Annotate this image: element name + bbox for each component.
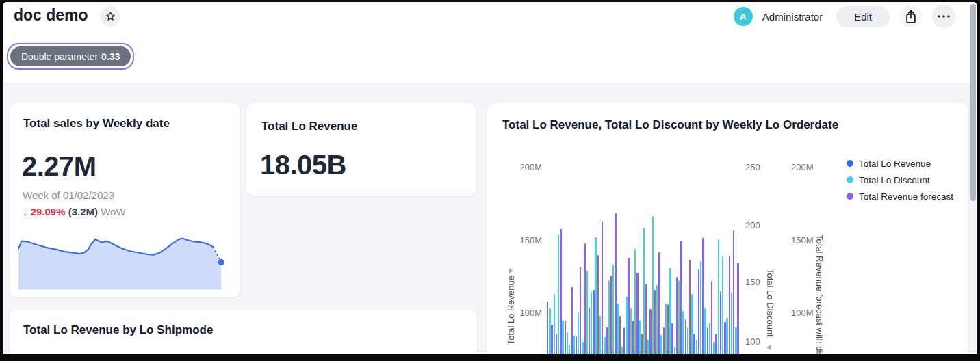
chart-bar-forecast[interactable] [589,308,590,360]
chart-bar-discount[interactable] [567,332,568,359]
chart-bar-forecast[interactable] [547,302,548,359]
parameter-chip[interactable]: Double parameter 0.33 [10,46,131,66]
chart-bar-forecast[interactable] [737,263,738,359]
chart-bar-forecast[interactable] [602,222,603,359]
chart-bar-forecast[interactable] [702,238,704,359]
sparkline-chart[interactable] [18,237,229,295]
chart-bar-discount[interactable] [617,304,618,359]
chart-bar-discount[interactable] [731,292,732,359]
chart-bar-forecast[interactable] [649,309,651,359]
card-total-sales[interactable]: Total sales by Weekly date 2.27M Week of… [10,103,240,297]
chart-bar-forecast[interactable] [645,284,647,359]
more-menu-button[interactable] [932,5,955,28]
chart-bar-discount[interactable] [665,304,667,359]
chart-bar-discount[interactable] [558,235,559,359]
chart-bar-forecast[interactable] [619,316,621,359]
chart-bar-discount[interactable] [604,337,605,359]
chart-bar-discount[interactable] [722,256,723,359]
chart-bar-discount[interactable] [709,323,710,359]
chart-bar-forecast[interactable] [623,327,625,359]
favorite-button[interactable] [100,6,120,27]
chart-bar-discount[interactable] [578,312,579,360]
chart-bar-discount[interactable] [726,318,727,359]
chart-bar-discount[interactable] [678,280,680,360]
chart-bar-forecast[interactable] [556,334,557,359]
card-combo-chart[interactable]: Total Lo Revenue, Total Lo Discount by W… [487,103,968,359]
chart-bar-discount[interactable] [682,311,684,359]
chart-bar-discount[interactable] [608,280,610,360]
legend-item[interactable]: Total Lo Discount [847,174,953,186]
chart-bar-discount[interactable] [674,347,675,359]
chart-bar-forecast[interactable] [680,241,682,359]
chart-bar-discount[interactable] [569,345,570,360]
chart-bar-discount[interactable] [586,271,588,359]
chart-bar-forecast[interactable] [606,327,607,359]
chart-bar-discount[interactable] [660,335,662,359]
chart-bar-discount[interactable] [634,249,636,359]
chart-bar-discount[interactable] [704,308,706,359]
chart-bar-forecast[interactable] [636,273,638,359]
chart-bar-discount[interactable] [562,321,563,359]
chart-bar-discount[interactable] [643,228,645,359]
chart-bar-discount[interactable] [626,297,627,359]
chart-bar-forecast[interactable] [698,269,699,359]
chart-bar-discount[interactable] [718,239,719,359]
chart-bar-forecast[interactable] [729,256,730,359]
vertical-scrollbar[interactable] [970,4,976,201]
chart-bar-discount[interactable] [669,268,671,359]
chart-bar-forecast[interactable] [715,334,717,359]
card-shipmode[interactable]: Total Lo Revenue by Lo Shipmode [10,310,477,359]
chart-bar-forecast[interactable] [565,321,566,359]
chart-bar-forecast[interactable] [693,334,695,359]
chart-bar-discount[interactable] [652,216,654,359]
chart-bar-discount[interactable] [595,237,596,359]
chart-bar-forecast[interactable] [658,252,660,359]
chart-bar-forecast[interactable] [560,229,561,359]
chart-bar-discount[interactable] [639,321,640,359]
chart-bar-discount[interactable] [713,342,714,359]
chart-bar-forecast[interactable] [676,277,678,359]
chart-bar-forecast[interactable] [610,276,612,359]
chart-bar-discount[interactable] [735,327,736,359]
chart-bar-forecast[interactable] [597,255,599,359]
chart-bar-forecast[interactable] [720,291,721,359]
chart-bar-discount[interactable] [700,261,701,359]
combo-bars-plot[interactable] [547,103,741,359]
chart-bar-discount[interactable] [599,316,601,359]
chart-bar-discount[interactable] [573,336,574,359]
chart-bar-discount[interactable] [691,294,693,359]
chart-bar-discount[interactable] [554,294,555,359]
chart-bar-forecast[interactable] [551,325,552,359]
avatar[interactable]: A [734,7,753,26]
chart-bar-forecast[interactable] [571,287,572,359]
chart-bar-forecast[interactable] [584,243,585,359]
chart-bar-forecast[interactable] [689,260,691,359]
chart-bar-forecast[interactable] [615,213,616,359]
chart-bar-forecast[interactable] [733,230,734,359]
share-button[interactable] [899,5,923,28]
chart-bar-discount[interactable] [582,342,583,359]
chart-bar-forecast[interactable] [685,319,686,360]
chart-bar-forecast[interactable] [667,304,669,359]
card-total-lo-revenue[interactable]: Total Lo Revenue 18.05B [246,103,476,196]
chart-bar-discount[interactable] [647,340,649,360]
chart-bar-discount[interactable] [591,292,592,359]
chart-bar-forecast[interactable] [663,327,665,359]
chart-bar-forecast[interactable] [632,321,634,359]
legend-item[interactable]: Total Lo Revenue [847,157,953,170]
chart-bar-forecast[interactable] [628,258,629,359]
chart-bar-forecast[interactable] [576,336,577,359]
edit-button[interactable]: Edit [836,6,890,27]
chart-bar-forecast[interactable] [641,334,643,359]
chart-bar-forecast[interactable] [654,290,656,359]
chart-bar-discount[interactable] [696,340,697,360]
chart-bar-discount[interactable] [630,308,632,359]
chart-bar-forecast[interactable] [711,281,712,359]
chart-bar-forecast[interactable] [593,290,594,359]
chart-bar-forecast[interactable] [580,267,581,359]
chart-bar-discount[interactable] [549,308,550,359]
chart-bar-discount[interactable] [612,265,614,359]
chart-bar-discount[interactable] [656,285,658,360]
legend-item[interactable]: Total Revenue forecast [847,190,953,202]
chart-bar-forecast[interactable] [724,322,725,359]
